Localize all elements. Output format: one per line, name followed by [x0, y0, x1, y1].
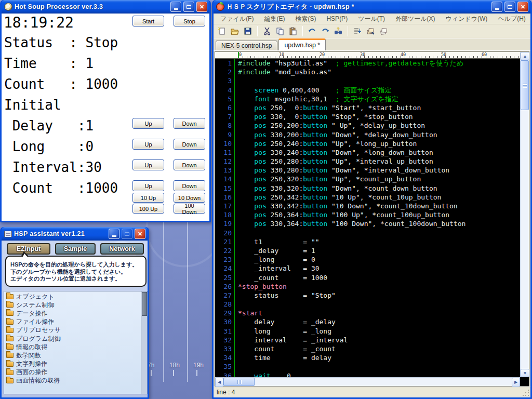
count-100up-button[interactable]: 100 Up: [132, 204, 164, 214]
code-line[interactable]: 33 count = _count: [215, 344, 520, 353]
code-line[interactable]: 6 pos 250, 0:button "Start", *start_butt…: [215, 103, 520, 112]
resize-grip[interactable]: [523, 390, 529, 396]
start-button[interactable]: Start: [132, 16, 164, 26]
list-item[interactable]: 画面の操作: [4, 368, 147, 377]
code-lines[interactable]: 1#include "hsp3util.as" ; gettimestr,get…: [215, 59, 520, 377]
code-line[interactable]: 2#include "mod_usbio.as": [215, 68, 520, 76]
code-line[interactable]: 1#include "hsp3util.as" ; gettimestr,get…: [215, 59, 520, 68]
list-item[interactable]: ファイル操作: [4, 318, 147, 326]
horizontal-scrollbar[interactable]: ◀ ▶: [215, 377, 520, 386]
hotsoup-titlebar[interactable]: Hot Soup Processor ver.3.3 ✕: [2, 0, 209, 14]
horizontal-scroll-thumb[interactable]: [223, 378, 255, 386]
interval-up-button[interactable]: Up: [132, 159, 164, 170]
code-line[interactable]: 15 pos 330,320:button "Down", *count_dow…: [215, 184, 520, 193]
maximize-button[interactable]: [183, 2, 194, 12]
minimize-button[interactable]: [170, 2, 181, 12]
code-line[interactable]: 16 pos 250,342:button "10 Up", *count_10…: [215, 193, 520, 202]
code-line[interactable]: 35: [215, 362, 520, 371]
menu-hsp[interactable]: HSP(P): [322, 14, 352, 23]
code-line[interactable]: 31 long = _long: [215, 327, 520, 336]
stop-button[interactable]: Stop: [174, 16, 205, 26]
list-item[interactable]: 画面情報の取得: [4, 377, 147, 385]
paste-icon[interactable]: [287, 25, 299, 37]
maximize-button[interactable]: [504, 2, 515, 12]
code-line[interactable]: 34 time = delay: [215, 353, 520, 362]
code-editor[interactable]: 0 10 20 30 40 50 60 1#include "hsp3util.…: [215, 51, 529, 387]
tab-updwn[interactable]: updwn.hsp *: [278, 38, 326, 50]
close-button[interactable]: ✕: [135, 229, 145, 239]
delay-down-button[interactable]: Down: [174, 118, 205, 129]
list-item[interactable]: データ操作: [4, 309, 147, 317]
list-item[interactable]: システム制御: [4, 301, 147, 309]
count-up-button[interactable]: Up: [132, 180, 164, 191]
menu-edit[interactable]: 編集(E): [259, 14, 289, 24]
scroll-down-button[interactable]: ▼: [521, 369, 529, 377]
code-line[interactable]: 19 pos 330,364:button "100 Down", *count…: [215, 219, 520, 228]
code-line[interactable]: 5 font msgothic,30,1 ; 文字サイズを指定: [215, 95, 520, 103]
count-100down-button[interactable]: 100 Down: [174, 204, 205, 214]
code-line[interactable]: 18 pos 250,364:button "100 Up", *count_1…: [215, 210, 520, 219]
code-line[interactable]: 28: [215, 300, 520, 309]
code-line[interactable]: 9 pos 330,200:button "Down", *delay_down…: [215, 130, 520, 139]
list-item[interactable]: 数学関数: [4, 351, 147, 360]
long-up-button[interactable]: Up: [132, 139, 164, 150]
close-button[interactable]: ✕: [196, 2, 207, 12]
code-line[interactable]: 4 screen 0,400,400 ; 画面サイズ指定: [215, 86, 520, 95]
count-10up-button[interactable]: 10 Up: [132, 193, 164, 203]
code-line[interactable]: 30 delay = _delay: [215, 317, 520, 326]
compile-icon[interactable]: [365, 25, 376, 37]
editor-titlebar[interactable]: ＨＳＰスクリプトエディタ - updwn.hsp * ✕: [214, 0, 530, 14]
run-list-icon[interactable]: [352, 25, 363, 37]
code-line[interactable]: 25 _count = 1000: [215, 273, 520, 282]
code-line[interactable]: 32 interval = _interval: [215, 336, 520, 344]
code-line[interactable]: 3: [215, 76, 520, 85]
code-line[interactable]: 12 pos 250,280:button "Up", *interval_up…: [215, 157, 520, 166]
code-line[interactable]: 10 pos 250,240:button "Up", *long_up_but…: [215, 139, 520, 148]
save-file-icon[interactable]: [242, 25, 254, 37]
code-line[interactable]: 36 wait 0: [215, 371, 520, 377]
vertical-scroll-thumb[interactable]: [521, 60, 529, 110]
assistant-titlebar[interactable]: HSP assistant ver1.21 ✕: [2, 227, 148, 241]
cut-icon[interactable]: [261, 25, 273, 37]
long-down-button[interactable]: Down: [174, 139, 205, 150]
list-item[interactable]: 情報の取得: [4, 343, 147, 351]
scroll-up-button[interactable]: ▲: [521, 52, 529, 60]
menu-window[interactable]: ウィンドウ(W): [441, 14, 493, 24]
code-line[interactable]: 7 pos 330, 0:button "Stop", *stop_button: [215, 112, 520, 121]
code-line[interactable]: 20: [215, 229, 520, 237]
list-item[interactable]: オブジェクト: [4, 292, 147, 301]
code-line[interactable]: 23 _long = 0: [215, 255, 520, 264]
code-line[interactable]: 22 _delay = 1: [215, 246, 520, 255]
close-button[interactable]: ✕: [517, 2, 528, 12]
vertical-scrollbar[interactable]: ▲ ▼: [520, 52, 529, 377]
tab-nex5-control[interactable]: NEX-5 control.hsp: [216, 41, 277, 50]
code-line[interactable]: 26*stop_button: [215, 282, 520, 291]
list-item[interactable]: プリプロセッサ: [4, 326, 147, 335]
code-line[interactable]: 29*start: [215, 309, 520, 317]
list-item[interactable]: 文字列操作: [4, 360, 147, 368]
scroll-right-button[interactable]: ▶: [512, 378, 520, 387]
menu-search[interactable]: 検索(S): [290, 14, 321, 24]
code-line[interactable]: 13 pos 330,280:button "Down", *interval_…: [215, 166, 520, 175]
code-line[interactable]: 24 _interval = 30: [215, 264, 520, 273]
minimize-button[interactable]: [491, 2, 502, 12]
menu-help[interactable]: ヘルプ(H): [493, 14, 530, 24]
search-icon[interactable]: ?: [332, 25, 344, 37]
new-file-icon[interactable]: [216, 25, 228, 37]
delay-up-button[interactable]: Up: [132, 118, 164, 129]
undo-icon[interactable]: [307, 25, 318, 37]
code-line[interactable]: 11 pos 330,240:button "Down", *long_down…: [215, 148, 520, 157]
code-line[interactable]: 8 pos 250,200:button " Up", *delay_up_bu…: [215, 121, 520, 130]
code-line[interactable]: 14 pos 250,320:button "Up", *count_up_bu…: [215, 175, 520, 183]
redo-icon[interactable]: [320, 25, 331, 37]
tab-sample[interactable]: Sample: [55, 243, 96, 255]
copy-icon[interactable]: [274, 25, 286, 37]
code-line[interactable]: 21 t1 = "": [215, 237, 520, 246]
list-scrollbar[interactable]: [141, 291, 147, 394]
interval-down-button[interactable]: Down: [174, 159, 205, 170]
menu-external-tools[interactable]: 外部ツール(X): [391, 14, 440, 24]
code-line[interactable]: 17 pos 330,342:button "10 Down", *count_…: [215, 202, 520, 210]
scroll-left-button[interactable]: ◀: [215, 378, 223, 387]
menu-tools[interactable]: ツール(T): [353, 14, 390, 24]
menu-file[interactable]: ファイル(F): [216, 14, 258, 24]
